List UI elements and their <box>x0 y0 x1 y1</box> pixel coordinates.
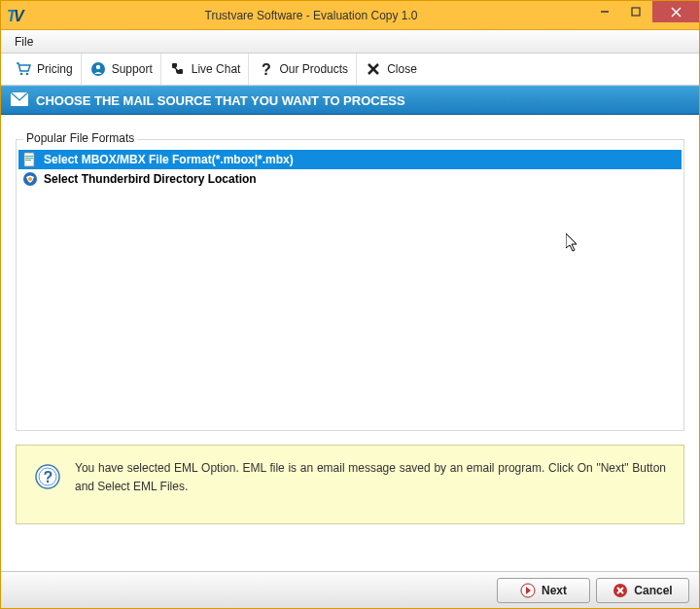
app-logo-icon: TV <box>5 3 30 28</box>
support-button[interactable]: Support <box>82 54 161 85</box>
svg-point-7 <box>26 73 29 76</box>
svg-point-9 <box>95 65 99 69</box>
envelope-icon <box>11 92 28 109</box>
option-label: Select MBOX/MBX File Format(*.mbox|*.mbx… <box>44 153 294 166</box>
option-thunderbird[interactable]: Select Thunderbird Directory Location <box>18 169 682 189</box>
close-button[interactable]: Close <box>357 54 425 85</box>
footer: Next Cancel <box>1 571 699 608</box>
cart-icon <box>15 60 32 78</box>
maximize-button[interactable] <box>620 1 651 22</box>
content-area: Popular File Formats Select MBOX/MBX Fil… <box>1 115 699 571</box>
menubar: File <box>1 30 699 54</box>
cancel-label: Cancel <box>634 584 672 597</box>
our-products-button[interactable]: ? Our Products <box>249 54 357 85</box>
live-chat-button[interactable]: Live Chat <box>161 54 250 85</box>
pricing-button[interactable]: Pricing <box>7 54 82 85</box>
toolbar-label: Pricing <box>37 62 73 76</box>
option-mbox[interactable]: Select MBOX/MBX File Format(*.mbox|*.mbx… <box>18 150 682 169</box>
phone-icon <box>169 60 187 78</box>
svg-rect-17 <box>25 160 31 161</box>
close-window-button[interactable] <box>652 1 699 22</box>
question-icon: ? <box>257 60 274 78</box>
minimize-button[interactable] <box>589 1 620 22</box>
app-window: TV Trustvare Software - Evaluation Copy … <box>0 0 700 609</box>
thunderbird-icon <box>22 171 38 187</box>
next-button[interactable]: Next <box>497 578 590 603</box>
svg-rect-3 <box>632 8 640 16</box>
option-label: Select Thunderbird Directory Location <box>44 172 257 186</box>
headset-icon <box>89 60 107 78</box>
cancel-button[interactable]: Cancel <box>596 578 689 603</box>
toolbar-label: Our Products <box>279 62 348 76</box>
svg-text:V: V <box>14 8 25 24</box>
toolbar-label: Live Chat <box>192 62 241 76</box>
cancel-x-icon <box>612 583 628 598</box>
titlebar[interactable]: TV Trustvare Software - Evaluation Copy … <box>1 1 699 30</box>
groupbox-legend: Popular File Formats <box>23 131 137 145</box>
file-icon <box>22 152 38 167</box>
info-text: You have selected EML Option. EML file i… <box>75 459 666 496</box>
svg-rect-15 <box>25 156 33 157</box>
toolbar: Pricing Support Live Chat ? Our Products… <box>1 54 699 86</box>
info-panel: ? You have selected EML Option. EML file… <box>16 445 684 524</box>
close-icon <box>365 60 382 78</box>
svg-point-6 <box>20 73 23 76</box>
next-arrow-icon <box>520 583 536 598</box>
banner-text: CHOOSE THE MAIL SOURCE THAT YOU WANT TO … <box>36 93 405 108</box>
banner: CHOOSE THE MAIL SOURCE THAT YOU WANT TO … <box>1 86 699 115</box>
menu-file[interactable]: File <box>7 33 41 51</box>
svg-text:?: ? <box>44 469 53 485</box>
help-icon: ? <box>34 463 61 490</box>
toolbar-label: Close <box>387 62 417 76</box>
toolbar-label: Support <box>112 62 153 76</box>
svg-text:?: ? <box>262 61 271 78</box>
svg-point-19 <box>28 177 32 181</box>
svg-rect-16 <box>25 158 33 159</box>
next-label: Next <box>542 584 567 597</box>
window-controls <box>589 1 699 22</box>
file-format-groupbox: Popular File Formats Select MBOX/MBX Fil… <box>16 139 684 431</box>
